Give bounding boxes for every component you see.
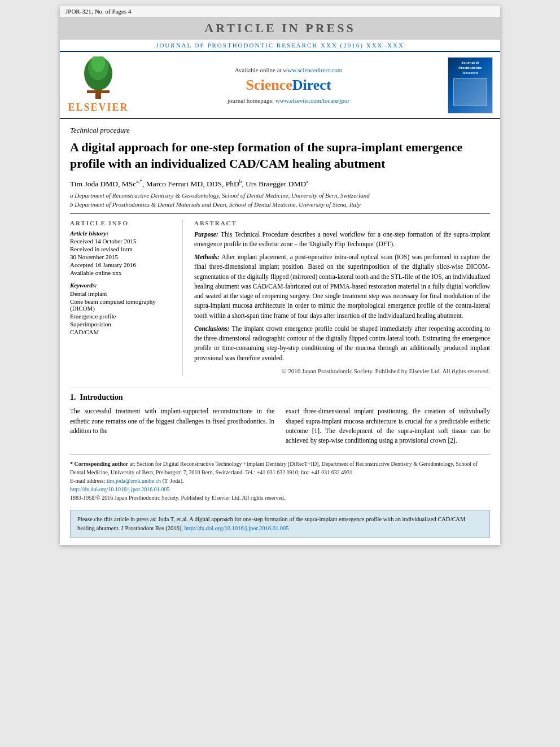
- author1-name: Tim Joda DMD, MSc: [70, 180, 136, 188]
- footnote-section: * Corresponding author at: Section for D…: [70, 455, 490, 502]
- journal-cover-image: Journal ofProsthodonticResearch: [448, 57, 493, 113]
- received2: Received in revised form: [70, 246, 176, 252]
- article-body: Technical procedure A digital approach f…: [60, 119, 500, 545]
- article-in-press-label: ARTICLE IN PRESS: [204, 21, 355, 35]
- methods-text: After implant placement, a post-operativ…: [194, 254, 490, 319]
- corresponding-author: * Corresponding author at: Section for D…: [70, 460, 490, 477]
- journal-title-bar: JOURNAL OF PROSTHODONTIC RESEARCH XXX (2…: [60, 40, 500, 52]
- elsevier-text-label: ELSEVIER: [68, 102, 128, 113]
- keywords-label: Keywords:: [70, 282, 176, 289]
- abstract-text: Purpose: This Technical Procedure descri…: [194, 230, 490, 376]
- elsevier-logo: ELSEVIER: [64, 56, 132, 113]
- abstract-column: ABSTRACT Purpose: This Technical Procedu…: [194, 220, 490, 376]
- author2-name: , Marco Ferrari MD, DDS, PhD: [142, 180, 239, 188]
- affiliation1: a Department of Reconstructive Dentistry…: [70, 192, 490, 199]
- authors-line: Tim Joda DMD, MSca,*, Marco Ferrari MD, …: [70, 178, 490, 189]
- intro-left-col: The successful treatment with implant-su…: [70, 407, 274, 445]
- kw3: Emergence profile: [70, 313, 176, 320]
- article-info-label: ARTICLE INFO: [70, 220, 176, 226]
- affiliation2: b Department of Prosthodontics & Dental …: [70, 201, 490, 208]
- received2date: 30 November 2015: [70, 254, 176, 260]
- purpose-text: This Technical Procedure describes a nov…: [194, 231, 490, 247]
- article-info-column: ARTICLE INFO Article history: Received 1…: [70, 220, 183, 376]
- corresponding-label: * Corresponding author: [70, 461, 128, 467]
- doi-line: http://dx.doi.org/10.1016/j.jpor.2016.01…: [70, 485, 490, 493]
- conclusions-label: Conclusions:: [194, 325, 230, 332]
- copyright-line: © 2016 Japan Prosthodontic Society. Publ…: [194, 366, 490, 376]
- accepted: Accepted 16 January 2016: [70, 261, 176, 268]
- article-type: Technical procedure: [70, 126, 490, 135]
- journal-homepage-link[interactable]: www.elsevier.com/locate/jpor: [275, 97, 349, 104]
- article-history: Article history: Received 14 October 201…: [70, 230, 176, 276]
- keywords-section: Keywords: Dental implant Cone beam compu…: [70, 282, 176, 335]
- corresponding-text: at: Section for Digital Reconstructive T…: [70, 461, 478, 475]
- elsevier-tree-icon: [76, 56, 121, 102]
- received1: Received 14 October 2015: [70, 238, 176, 244]
- issn-line: 1883-1958/© 2016 Japan Prosthodontic Soc…: [70, 493, 490, 502]
- email-link[interactable]: tim.joda@zmk.unibe.ch: [107, 478, 161, 484]
- kw1: Dental implant: [70, 290, 176, 297]
- citation-link[interactable]: http://dx.doi.org/10.1016/j.jpor.2016.01…: [185, 525, 289, 531]
- author1-sup: a,*: [136, 178, 142, 184]
- svg-rect-4: [87, 90, 110, 93]
- email-label: E-mail address:: [70, 478, 105, 484]
- article-in-press-bar: ARTICLE IN PRESS: [60, 18, 500, 40]
- available-online: Available online xxx: [70, 269, 176, 276]
- history-label: Article history:: [70, 230, 108, 237]
- top-banner: JPOR-321; No. of Pages 4: [60, 6, 500, 18]
- journal-title: JOURNAL OF PROSTHODONTIC RESEARCH XXX (2…: [156, 42, 404, 49]
- intro-two-columns: The successful treatment with implant-su…: [70, 407, 490, 445]
- sciencedirect-logo: ScienceDirect: [246, 77, 331, 94]
- article-info-abstract-columns: ARTICLE INFO Article history: Received 1…: [70, 220, 490, 376]
- header-center: Available online at www.sciencedirect.co…: [137, 56, 440, 113]
- email-line: E-mail address: tim.joda@zmk.unibe.ch (T…: [70, 477, 490, 485]
- available-online-link[interactable]: www.sciencedirect.com: [283, 67, 342, 73]
- intro-header: 1. Introduction: [70, 393, 490, 402]
- intro-right-col: exact three-dimensional implant position…: [286, 407, 490, 445]
- conclusions-text: The implant crown emergence profile coul…: [194, 325, 490, 361]
- kw5: CAD/CAM: [70, 329, 176, 335]
- email-note: (T. Joda).: [163, 478, 184, 484]
- header-area: ELSEVIER Available online at www.science…: [60, 52, 500, 119]
- article-id: JPOR-321; No. of Pages 4: [65, 8, 131, 15]
- purpose-label: Purpose:: [194, 231, 218, 238]
- introduction-section: 1. Introduction The successful treatment…: [70, 387, 490, 445]
- journal-homepage-text: journal homepage: www.elsevier.com/locat…: [228, 97, 349, 104]
- kw4: Superimposition: [70, 321, 176, 327]
- citation-box: Please cite this article in press as: Jo…: [70, 510, 490, 538]
- doi-link[interactable]: http://dx.doi.org/10.1016/j.jpor.2016.01…: [70, 486, 169, 492]
- available-online-text: Available online at www.sciencedirect.co…: [235, 67, 343, 73]
- article-title: A digital approach for one-step formatio…: [70, 139, 490, 172]
- author3-name: , Urs Braegger DMD: [242, 180, 306, 188]
- author3-sup: a: [306, 178, 308, 184]
- divider: [70, 213, 490, 214]
- journal-cover: Journal ofProsthodonticResearch: [445, 56, 496, 113]
- abstract-label: ABSTRACT: [194, 220, 490, 226]
- kw2: Cone beam computed tomography (DICOM): [70, 298, 176, 312]
- methods-label: Methods:: [194, 254, 220, 260]
